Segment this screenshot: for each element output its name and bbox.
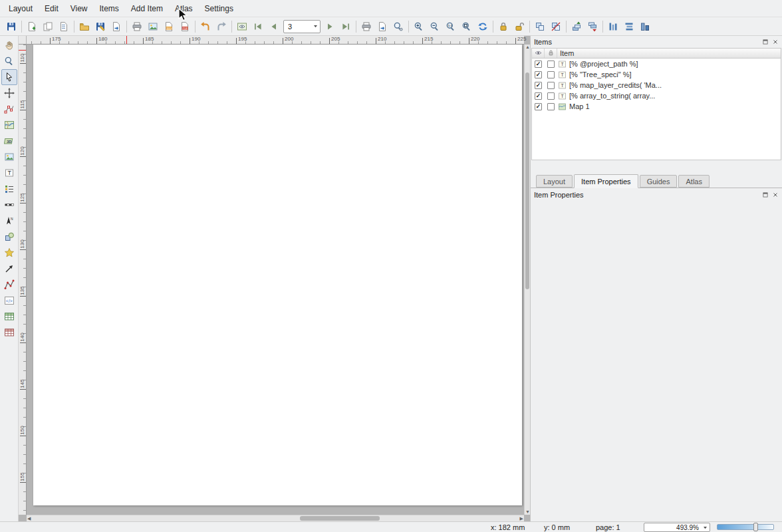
export-as-svg-button[interactable]: SVG [162, 19, 176, 34]
print-atlas-button[interactable] [359, 19, 374, 34]
resize-selected-items-button[interactable] [638, 19, 652, 34]
undo-button[interactable] [198, 19, 213, 34]
add-node-item-tool[interactable] [1, 277, 17, 293]
atlas-previous-feature-button[interactable] [267, 19, 281, 34]
align-selected-items-button[interactable] [606, 19, 620, 34]
add-attribute-table-tool[interactable] [1, 309, 17, 325]
atlas-first-feature-button[interactable] [251, 19, 265, 34]
export-as-pdf-button[interactable]: PDF [178, 19, 192, 34]
save-as-template-button[interactable] [93, 19, 108, 34]
zoom-level-combo[interactable]: 493.9% [644, 523, 710, 532]
close-panel-icon[interactable] [771, 39, 779, 46]
add-picture-tool[interactable] [1, 149, 17, 165]
add-3d-map-tool[interactable]: 3D [1, 133, 17, 149]
add-map-tool[interactable] [1, 117, 17, 133]
item-lock-checkbox[interactable] [547, 71, 555, 78]
visibility-column-header[interactable] [532, 49, 545, 58]
export-atlas-button[interactable] [375, 19, 390, 34]
tab-item-properties[interactable]: Item Properties [574, 174, 638, 188]
atlas-next-feature-button[interactable] [323, 19, 337, 34]
add-scalebar-tool[interactable] [1, 197, 17, 213]
redo-button[interactable] [214, 19, 229, 34]
refresh-view-button[interactable] [475, 19, 490, 34]
add-items-from-template-button[interactable] [77, 19, 92, 34]
layout-page[interactable] [33, 45, 522, 505]
item-lock-checkbox[interactable] [547, 92, 555, 100]
item-visibility-checkbox[interactable]: ✓ [535, 61, 542, 68]
zoom-slider-handle[interactable] [753, 523, 758, 531]
add-marker-tool[interactable] [1, 245, 17, 261]
item-visibility-checkbox[interactable]: ✓ [535, 82, 542, 89]
menu-view[interactable]: View [65, 1, 94, 17]
scroll-left-icon[interactable]: ◀ [27, 516, 31, 521]
save-project-button[interactable] [4, 19, 19, 34]
item-lock-checkbox[interactable] [547, 103, 555, 110]
lock-column-header[interactable] [545, 49, 557, 58]
lower-selected-items-button[interactable] [585, 19, 600, 34]
atlas-settings-button[interactable] [391, 19, 406, 34]
duplicate-layout-button[interactable] [41, 19, 55, 34]
float-panel-icon[interactable] [761, 192, 769, 199]
items-table-row[interactable]: ✓T[% array_to_string( array... [532, 90, 781, 101]
menu-items[interactable]: Items [94, 1, 125, 17]
atlas-last-feature-button[interactable] [338, 19, 353, 34]
zoom-slider[interactable] [717, 524, 774, 530]
scroll-right-icon[interactable]: ▶ [520, 516, 523, 521]
raise-selected-items-button[interactable] [569, 19, 584, 34]
add-html-tool[interactable]: </> [1, 293, 17, 309]
new-layout-button[interactable] [25, 19, 39, 34]
items-table-row[interactable]: ✓T[% map_layer_credits( 'Ma... [532, 80, 781, 90]
item-lock-checkbox[interactable] [547, 61, 555, 68]
unlock-all-items-button[interactable] [512, 19, 527, 34]
scroll-up-icon[interactable]: ▲ [525, 45, 530, 50]
float-panel-icon[interactable] [761, 39, 769, 46]
add-label-tool[interactable]: T [1, 165, 17, 181]
tab-layout[interactable]: Layout [536, 175, 573, 188]
zoom-actual-size-button[interactable]: 1:1 [444, 19, 458, 34]
pan-tool[interactable] [1, 37, 17, 53]
layout-canvas[interactable]: 175180185190195200205210215220225 110115… [19, 36, 530, 521]
item-visibility-checkbox[interactable]: ✓ [535, 103, 542, 110]
add-fixed-table-tool[interactable] [1, 325, 17, 340]
zoom-in-button[interactable] [412, 19, 426, 34]
zoom-tool[interactable] [1, 53, 17, 69]
select-move-item-tool[interactable] [1, 69, 17, 85]
menu-add-item[interactable]: Add Item [125, 1, 169, 17]
distribute-selected-items-button[interactable] [622, 19, 636, 34]
item-visibility-checkbox[interactable]: ✓ [535, 92, 542, 100]
export-as-image-button[interactable] [146, 19, 160, 34]
vertical-scrollbar-thumb[interactable] [525, 72, 529, 289]
horizontal-scrollbar-thumb[interactable] [300, 516, 380, 521]
tab-guides[interactable]: Guides [640, 175, 678, 188]
atlas-feature-combo[interactable]: 3 [283, 20, 321, 33]
zoom-full-extent-button[interactable] [459, 19, 474, 34]
scroll-down-icon[interactable]: ▼ [525, 509, 530, 515]
item-visibility-checkbox[interactable]: ✓ [535, 71, 542, 78]
move-item-content-tool[interactable] [1, 85, 17, 101]
item-lock-checkbox[interactable] [547, 82, 555, 89]
menu-edit[interactable]: Edit [39, 1, 65, 17]
items-table-row[interactable]: ✓T[% "Tree_speci" %] [532, 69, 781, 80]
add-legend-tool[interactable] [1, 181, 17, 197]
item-column-header[interactable]: Item [557, 49, 781, 57]
ungroup-items-button[interactable] [549, 19, 563, 34]
print-layout-button[interactable] [130, 19, 144, 34]
items-table-row[interactable]: ✓Map 1 [532, 101, 781, 112]
horizontal-scrollbar[interactable]: ◀ ▶ [27, 515, 524, 521]
group-items-button[interactable] [533, 19, 547, 34]
menu-settings[interactable]: Settings [199, 1, 239, 17]
menu-atlas[interactable]: Atlas [169, 1, 199, 17]
add-north-arrow-tool[interactable]: N [1, 213, 17, 229]
vertical-scrollbar[interactable]: ▲ ▼ [524, 45, 530, 515]
tab-atlas[interactable]: Atlas [678, 175, 709, 188]
preview-atlas-button[interactable] [235, 19, 249, 34]
lock-selected-items-button[interactable] [496, 19, 511, 34]
layout-manager-button[interactable] [57, 19, 71, 34]
close-panel-icon[interactable] [771, 192, 779, 199]
menu-layout[interactable]: Layout [3, 1, 39, 17]
edit-nodes-item-tool[interactable] [1, 101, 17, 117]
add-arrow-tool[interactable] [1, 261, 17, 277]
add-shape-tool[interactable] [1, 229, 17, 245]
zoom-out-button[interactable] [428, 19, 442, 34]
export-as-template-button[interactable] [109, 19, 124, 34]
